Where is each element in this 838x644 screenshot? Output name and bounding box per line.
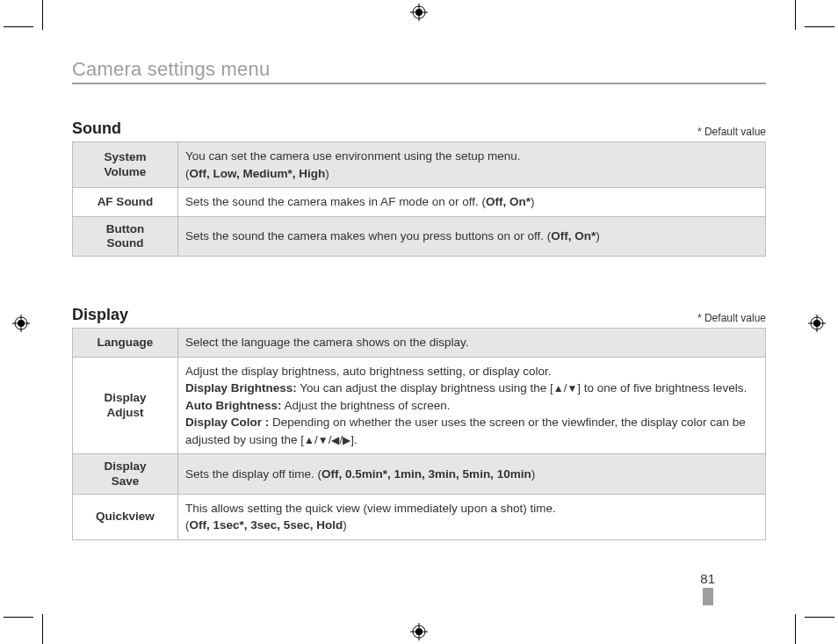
manual-page: Camera settings menu Sound * Default val… <box>0 0 838 644</box>
label-text: Adjust <box>107 406 144 419</box>
sub-label: Auto Brightness: <box>185 399 282 412</box>
row-label: Display Save <box>73 454 178 494</box>
desc-text: This allows setting the quick view (view… <box>185 502 556 515</box>
default-value-note: * Default value <box>697 312 766 324</box>
paren: ) <box>325 167 329 180</box>
right-arrow-icon: ▶ <box>343 435 350 445</box>
section-header-sound: Sound * Default value <box>72 119 766 138</box>
table-row: AF Sound Sets the sound the camera makes… <box>73 188 766 217</box>
section-header-display: Display * Default value <box>72 306 766 324</box>
page-number-bar <box>703 588 713 605</box>
table-row: Display Save Sets the display off time. … <box>73 454 766 494</box>
row-desc: This allows setting the quick view (view… <box>178 494 766 539</box>
label-text: System <box>104 150 146 163</box>
desc-text: Sets the sound the camera makes when you… <box>185 229 551 242</box>
table-row: System Volume You can set the camera use… <box>73 142 766 188</box>
registration-mark-icon <box>410 623 428 640</box>
row-desc: Sets the display off time. (Off, 0.5min*… <box>178 454 766 494</box>
options-text: Off, On* <box>486 195 531 208</box>
table-row: Language Select the language the camera … <box>73 329 766 358</box>
desc-text: Adjust the brightness of screen. <box>282 399 451 412</box>
sub-label: Display Color : <box>185 416 269 429</box>
row-label: System Volume <box>73 142 178 188</box>
section-title: Display <box>72 306 128 324</box>
row-label: Language <box>73 329 178 358</box>
paren: ) <box>596 229 600 242</box>
table-row: Display Adjust Adjust the display bright… <box>73 357 766 454</box>
down-arrow-icon: ▼ <box>567 383 577 394</box>
row-label: Display Adjust <box>73 357 178 454</box>
page-title: Camera settings menu <box>72 58 766 84</box>
page-number: 81 <box>700 571 715 586</box>
crop-mark <box>795 0 796 30</box>
paren: ) <box>343 518 347 532</box>
up-arrow-icon: ▲ <box>553 383 564 394</box>
section-title: Sound <box>72 119 121 138</box>
desc-text: Depending on whether the user uses the s… <box>185 416 746 446</box>
default-value-note: * Default value <box>697 126 766 138</box>
crop-mark <box>805 617 834 618</box>
desc-text: Sets the sound the camera makes in AF mo… <box>185 195 486 208</box>
table-row: Button Sound Sets the sound the camera m… <box>73 216 766 256</box>
desc-text: Sets the display off time. ( <box>185 467 321 481</box>
registration-mark-icon <box>808 315 826 332</box>
desc-text: You can adjust the display brightness us… <box>297 381 553 394</box>
row-label: Quickview <box>73 494 178 539</box>
sound-table: System Volume You can set the camera use… <box>72 141 766 257</box>
label-text: Display <box>104 391 146 404</box>
registration-mark-icon <box>410 4 428 21</box>
table-row: Quickview This allows setting the quick … <box>73 494 766 539</box>
up-arrow-icon: ▲ <box>304 435 314 445</box>
crop-mark <box>795 614 796 644</box>
crop-mark <box>4 617 33 618</box>
label-text: Sound <box>107 236 144 250</box>
row-desc: Sets the sound the camera makes in AF mo… <box>178 188 766 217</box>
row-desc: You can set the camera use environment u… <box>178 142 766 188</box>
label-text: Button <box>106 222 144 235</box>
row-desc: Adjust the display brightness, auto brig… <box>178 357 766 454</box>
label-text: Display <box>104 459 146 473</box>
crop-mark <box>42 614 43 644</box>
paren: ) <box>531 195 535 208</box>
options-text: Off, On* <box>551 229 596 242</box>
label-text: Volume <box>105 165 147 178</box>
crop-mark <box>805 26 834 27</box>
crop-mark <box>42 0 43 30</box>
down-arrow-icon: ▼ <box>318 435 329 445</box>
label-text: Save <box>112 474 140 488</box>
display-table: Language Select the language the camera … <box>72 328 766 540</box>
row-label: Button Sound <box>73 216 178 256</box>
desc-text: ] to one of five brightness levels. <box>577 381 747 394</box>
paren: ) <box>531 467 536 481</box>
options-text: Off, 0.5min*, 1min, 3min, 5min, 10min <box>321 467 531 481</box>
options-text: Off, Low, Medium*, High <box>190 167 326 180</box>
row-label: AF Sound <box>73 188 178 217</box>
sub-label: Display Brightness: <box>185 381 297 394</box>
desc-text: ]. <box>350 433 358 446</box>
row-desc: Sets the sound the camera makes when you… <box>178 216 766 256</box>
desc-text: You can set the camera use environment u… <box>185 149 521 163</box>
row-desc: Select the language the camera shows on … <box>178 329 766 358</box>
crop-mark <box>4 26 33 27</box>
registration-mark-icon <box>12 315 30 332</box>
options-text: Off, 1sec*, 3sec, 5sec, Hold <box>190 518 343 532</box>
page-number-block: 81 <box>700 571 715 605</box>
desc-text: Adjust the display brightness, auto brig… <box>185 365 551 378</box>
